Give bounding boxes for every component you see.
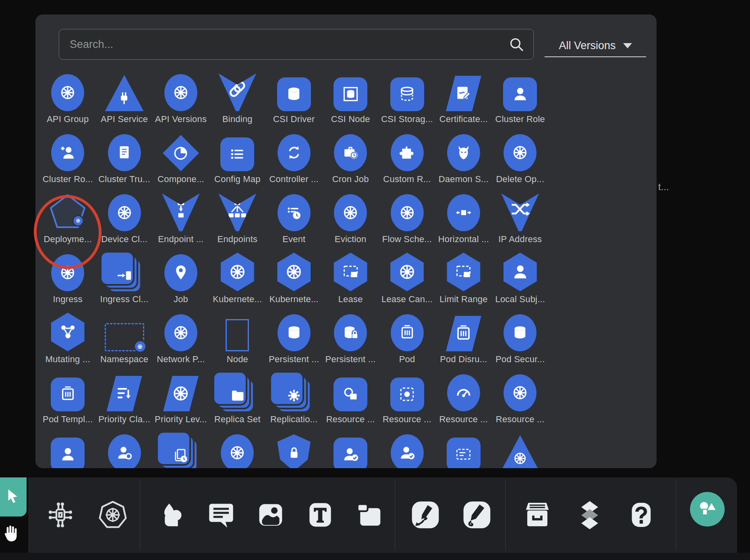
custom-resource-tool[interactable] [44, 499, 77, 531]
library-tool[interactable] [521, 499, 553, 531]
grid-item-resource-claim[interactable]: Resource ... [322, 368, 379, 428]
grid-item-ingress[interactable]: Ingress [39, 248, 96, 308]
grid-item-pod-template[interactable]: Pod Templ... [39, 368, 96, 428]
grid-item-self-subject-access-review[interactable] [322, 428, 379, 468]
secret-icon [277, 434, 311, 468]
grid-item-certificate-signing-request[interactable]: Certificate... [435, 68, 492, 128]
grid-item-label: Cron Job [332, 174, 369, 185]
grid-item-self-subject-rules-review[interactable] [379, 428, 435, 468]
select-tool[interactable] [0, 477, 27, 516]
grid-item-scale[interactable] [209, 428, 265, 468]
grid-item-local-subject-access-review[interactable]: Local Subj... [492, 248, 548, 308]
grid-item-component-status[interactable]: Compone... [153, 128, 209, 188]
grid-item-binding[interactable]: Binding [209, 68, 265, 128]
shapes-tool[interactable] [155, 499, 187, 531]
grid-item-role-binding[interactable] [96, 428, 152, 468]
grid-item-service[interactable] [435, 428, 492, 468]
grid-item-delete-options[interactable]: Delete Op... [492, 128, 548, 188]
grid-item-csi-driver[interactable]: CSI Driver [266, 68, 322, 128]
search-input[interactable] [59, 38, 508, 51]
pan-tool[interactable] [1, 522, 21, 546]
grid-item-persistent-volume[interactable]: Persistent ... [266, 308, 322, 368]
grid-item-role[interactable] [39, 428, 96, 468]
scale-icon [221, 434, 254, 468]
grid-item-pod-security-policy[interactable]: Pod Secur... [492, 308, 548, 368]
icon-box [209, 128, 265, 171]
grid-item-priority-class[interactable]: Priority Cla... [96, 368, 152, 428]
grid-item-endpoint-slice[interactable]: Endpoint ... [153, 188, 209, 248]
search-icon[interactable] [508, 36, 524, 52]
help-button[interactable] [625, 499, 657, 531]
grid-item-replica-set[interactable]: Replica Set [209, 368, 265, 428]
grid-item-secret[interactable] [266, 428, 322, 468]
grid-item-api-service[interactable]: API Service [96, 68, 152, 128]
grid-item-job[interactable]: Job [153, 248, 209, 308]
icon-box [209, 188, 265, 231]
grid-item-csi-storage-capacity[interactable]: CSI Storag... [379, 68, 435, 128]
grid-item-runtime-class[interactable] [153, 428, 209, 468]
comment-tool[interactable] [205, 499, 237, 531]
grid-item-network-policy[interactable]: Network P... [153, 308, 209, 368]
grid-item-kubernetes-resource-2[interactable]: Kubernete... [266, 248, 322, 308]
shapes-fab[interactable] [690, 492, 725, 527]
grid-item-cluster-role-binding[interactable]: Cluster Ro... [39, 128, 96, 188]
grid-item-cluster-role[interactable]: Cluster Role [492, 68, 548, 128]
grid-item-mutating-webhook-configuration[interactable]: Mutating ... [39, 308, 96, 368]
search-bar [59, 29, 534, 60]
grid-item-flow-schema[interactable]: Flow Sche... [379, 188, 435, 248]
grid-item-daemon-set[interactable]: Daemon S... [435, 128, 492, 188]
grid-item-ingress-class[interactable]: Ingress Cl... [96, 248, 152, 308]
grid-item-label: Daemon S... [439, 174, 489, 185]
resource-claim-template-icon [390, 377, 424, 411]
grid-item-csi-node[interactable]: CSI Node [322, 68, 379, 128]
grid-item-limit-range[interactable]: Limit Range [435, 248, 492, 308]
archive-icon [521, 499, 553, 531]
self-subject-access-review-icon [334, 438, 367, 468]
grid-item-resource-slice[interactable]: Resource ... [492, 368, 548, 428]
grid-item-horizontal-pod-autoscaler[interactable]: Horizontal ... [435, 188, 492, 248]
grid-item-replication-controller[interactable]: Replicatio... [266, 368, 322, 428]
grid-item-eviction[interactable]: Eviction [322, 188, 379, 248]
grid-item-deployment[interactable]: Deployme... [39, 188, 96, 248]
text-tool[interactable] [304, 499, 336, 531]
kubernetes-tool[interactable] [97, 499, 129, 531]
grid-item-label: CSI Driver [273, 114, 315, 124]
grid-item-resource-claim-template[interactable]: Resource ... [379, 368, 435, 428]
layers-tool[interactable] [574, 499, 606, 531]
grid-item-service-account[interactable] [492, 428, 548, 468]
connector-pen-tool[interactable] [409, 499, 441, 531]
grid-item-resource-quota[interactable]: Resource ... [435, 368, 492, 428]
api-versions-icon [164, 74, 197, 111]
grid-item-endpoints[interactable]: Endpoints [209, 188, 265, 248]
note-tool[interactable] [353, 499, 385, 531]
grid-item-node[interactable]: Node [209, 308, 265, 368]
grid-item-label: Ingress Cl... [100, 294, 149, 305]
grid-item-label: Eviction [335, 234, 367, 245]
grid-item-namespace[interactable]: Namespace [96, 308, 152, 368]
grid-item-controller-revision[interactable]: Controller ... [266, 128, 322, 188]
grid-item-lease[interactable]: Lease [322, 248, 379, 308]
grid-item-persistent-volume-claim[interactable]: Persistent ... [322, 308, 379, 368]
grid-item-event[interactable]: Event [266, 188, 322, 248]
grid-item-label: Replica Set [214, 414, 261, 425]
image-tool[interactable] [255, 499, 287, 531]
freehand-tool[interactable] [461, 499, 493, 531]
grid-item-cron-job[interactable]: Cron Job [322, 128, 379, 188]
grid-item-device-class[interactable]: Device Cl... [96, 188, 152, 248]
grid-item-ip-address[interactable]: IP Address [492, 188, 548, 248]
service-account-icon [501, 435, 539, 468]
icon-box [266, 368, 322, 411]
grid-item-custom-resource-definition[interactable]: Custom R... [379, 128, 435, 188]
grid-item-cluster-trust-bundle[interactable]: Cluster Tru... [96, 128, 152, 188]
grid-item-api-versions[interactable]: API Versions [153, 68, 209, 128]
grid-item-config-map[interactable]: Config Map [209, 128, 265, 188]
grid-item-pod[interactable]: Pod [379, 308, 435, 368]
grid-item-lease-candidate[interactable]: Lease Can... [379, 248, 435, 308]
grid-item-kubernetes-resource-1[interactable]: Kubernete... [209, 248, 265, 308]
grid-item-priority-level-configuration[interactable]: Priority Lev... [153, 368, 209, 428]
grid-item-pod-disruption-budget[interactable]: Pod Disru... [435, 308, 492, 368]
csi-node-icon [334, 77, 367, 111]
cron-job-icon [334, 134, 367, 171]
versions-dropdown[interactable]: All Versions [545, 35, 646, 57]
grid-item-api-group[interactable]: API Group [39, 68, 96, 128]
